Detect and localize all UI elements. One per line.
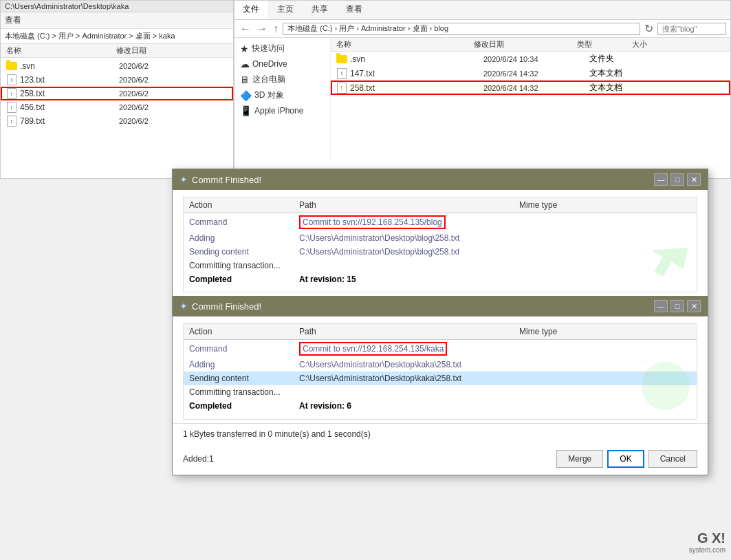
cell-action: Committing transaction... xyxy=(184,385,294,399)
minimize-button-2[interactable]: — xyxy=(654,300,668,312)
file-date: 2020/6/24 14:32 xyxy=(483,84,587,92)
file-name: .svn xyxy=(20,61,116,71)
cell-path: C:\Users\Administrator\Desktop\blog\258.… xyxy=(294,231,514,245)
cell-action: Sending content xyxy=(184,245,294,259)
list-item[interactable]: .svn 2020/6/2 xyxy=(1,59,233,73)
sidebar-label: 快速访问 xyxy=(252,43,285,54)
col-action-2: Action xyxy=(184,324,294,340)
main-area: ★ 快速访问 ☁ OneDrive 🖥 这台电脑 🔷 3D 对象 📱 Apple… xyxy=(234,38,730,158)
table-row: Command Commit to svn://192.168.254.135/… xyxy=(184,213,697,232)
tab-file[interactable]: 文件 xyxy=(234,1,268,19)
cell-action: Sending content xyxy=(184,371,294,385)
table-row: Committing transaction... xyxy=(184,385,697,399)
path-highlighted: Commit to svn://192.168.254.135/blog xyxy=(299,215,446,229)
left-address-text: 本地磁盘 (C:) > 用户 > Administrator > 桌面 > ka… xyxy=(5,31,175,41)
up-button[interactable]: ↑ xyxy=(272,23,280,35)
file-name: 258.txt xyxy=(350,83,481,93)
txt-icon: t xyxy=(6,74,17,85)
col-path-1: Path xyxy=(294,197,514,213)
close-button-2[interactable]: ✕ xyxy=(687,300,701,312)
nav-bar: ← → ↑ ↻ xyxy=(234,20,730,38)
folder-icon xyxy=(336,54,347,65)
file-name: 123.txt xyxy=(20,75,116,85)
file-name: 147.txt xyxy=(350,69,481,78)
cell-mime xyxy=(514,259,697,272)
cell-mime xyxy=(514,358,697,371)
sidebar-item-3d[interactable]: 🔷 3D 对象 xyxy=(234,87,330,103)
col-type-right: 类型 xyxy=(577,39,632,50)
col-name-left: 名称 xyxy=(6,45,116,56)
list-item[interactable]: t 789.txt 2020/6/2 xyxy=(1,114,233,128)
cell-path: Commit to svn://192.168.254.135/blog xyxy=(294,213,514,232)
file-date: 2020/6/2 xyxy=(119,89,149,98)
file-type: 文本文档 xyxy=(589,67,644,79)
sidebar-item-quickaccess[interactable]: ★ 快速访问 xyxy=(234,41,330,56)
file-name: .svn xyxy=(350,54,481,64)
tab-share[interactable]: 共享 xyxy=(303,1,336,19)
merge-button[interactable]: Merge xyxy=(556,450,603,468)
added-info: Added:1 xyxy=(183,454,214,464)
forward-button[interactable]: → xyxy=(255,23,269,35)
txt-icon: t xyxy=(6,116,17,127)
commit-table-1: Action Path Mime type Command Commit to … xyxy=(184,197,697,286)
ribbon: 文件 主页 共享 查看 xyxy=(234,1,730,20)
cell-mime xyxy=(514,399,697,413)
sidebar-item-thispc[interactable]: 🖥 这台电脑 xyxy=(234,72,330,87)
col-size-right: 大小 xyxy=(632,39,725,50)
file-name: 258.txt xyxy=(20,89,116,98)
left-col-headers: 名称 修改日期 xyxy=(1,44,233,58)
table-row: Completed At revision: 6 xyxy=(184,399,697,413)
sidebar-label: 这台电脑 xyxy=(252,74,285,85)
cell-path: C:\Users\Administrator\Desktop\kaka\258.… xyxy=(294,371,514,385)
3d-icon: 🔷 xyxy=(240,90,252,101)
cell-action: Completed xyxy=(184,272,294,286)
cell-path: C:\Users\Administrator\Desktop\blog\258.… xyxy=(294,245,514,259)
maximize-button-2[interactable]: □ xyxy=(670,300,684,312)
table-row: Sending content C:\Users\Administrator\D… xyxy=(184,371,697,385)
col-mime-1: Mime type xyxy=(514,197,697,213)
cell-mime xyxy=(514,385,697,399)
cell-mime xyxy=(514,213,697,232)
tab-view[interactable]: 查看 xyxy=(338,1,371,19)
win-controls-2: — □ ✕ xyxy=(654,300,701,312)
cell-mime xyxy=(514,340,697,358)
maximize-button-1[interactable]: □ xyxy=(670,173,684,186)
ok-button[interactable]: OK xyxy=(607,450,644,468)
commit-section-2: Action Path Mime type Command Commit to … xyxy=(183,323,697,420)
list-item[interactable]: t 147.txt 2020/6/24 14:32 文本文档 xyxy=(331,66,730,80)
dialog-title-text-2: Commit Finished! xyxy=(192,301,261,312)
txt-icon: t xyxy=(336,68,347,79)
cell-action: Command xyxy=(184,213,294,232)
table-row: Sending content C:\Users\Administrator\D… xyxy=(184,245,697,259)
refresh-button[interactable]: ↻ xyxy=(643,22,655,35)
list-item[interactable]: t 258.txt 2020/6/24 14:32 文本文档 xyxy=(331,80,730,95)
right-file-area: 名称 修改日期 类型 大小 .svn 2020/6/24 10:34 文件夹 t… xyxy=(331,38,730,158)
col-path-2: Path xyxy=(294,324,514,340)
file-date: 2020/6/2 xyxy=(119,117,149,125)
file-type: 文本文档 xyxy=(589,82,644,94)
cloud-icon: ☁ xyxy=(240,58,250,69)
sidebar-item-iphone[interactable]: 📱 Apple iPhone xyxy=(234,103,330,118)
cell-path: At revision: 15 xyxy=(294,272,514,286)
list-item[interactable]: t 456.txt 2020/6/2 xyxy=(1,100,233,114)
cell-action: Adding xyxy=(184,231,294,245)
cell-path: Commit to svn://192.168.254.135/kaka xyxy=(294,340,514,358)
cancel-button[interactable]: Cancel xyxy=(648,450,697,468)
win-controls-1: — □ ✕ xyxy=(654,173,701,186)
cell-mime xyxy=(514,231,697,245)
sidebar-item-onedrive[interactable]: ☁ OneDrive xyxy=(234,56,330,72)
phone-icon: 📱 xyxy=(240,105,252,116)
list-item[interactable]: .svn 2020/6/24 10:34 文件夹 xyxy=(331,52,730,66)
list-item[interactable]: t 123.txt 2020/6/2 xyxy=(1,73,233,87)
tab-home[interactable]: 主页 xyxy=(269,1,302,19)
cell-path xyxy=(294,259,514,272)
table-row: Completed At revision: 15 xyxy=(184,272,697,286)
close-button-1[interactable]: ✕ xyxy=(687,173,701,186)
minimize-button-1[interactable]: — xyxy=(654,173,668,186)
computer-icon: 🖥 xyxy=(240,74,250,85)
search-input[interactable] xyxy=(657,23,726,35)
list-item[interactable]: t 258.txt 2020/6/2 xyxy=(1,87,233,100)
cell-action: Committing transaction... xyxy=(184,259,294,272)
address-input[interactable] xyxy=(283,23,640,35)
back-button[interactable]: ← xyxy=(239,23,252,35)
